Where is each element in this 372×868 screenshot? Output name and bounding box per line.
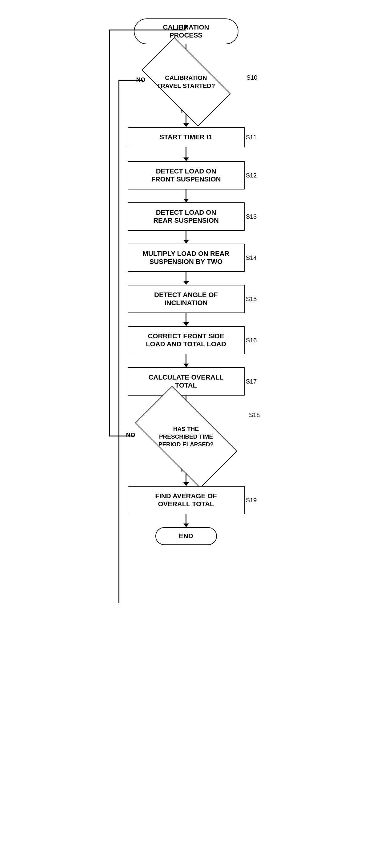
no-line-horizontal <box>119 80 143 81</box>
s19-section: FIND AVERAGE OF OVERALL TOTAL S19 <box>79 486 294 514</box>
s14-label: S14 <box>246 254 257 261</box>
s16-rect: CORRECT FRONT SIDE LOAD AND TOTAL LOAD <box>128 326 245 354</box>
arrow-tip-6 <box>183 281 189 285</box>
s15-text: DETECT ANGLE OF INCLINATION <box>154 291 218 307</box>
s15-section: DETECT ANGLE OF INCLINATION S15 <box>79 285 294 313</box>
s16-text: CORRECT FRONT SIDE LOAD AND TOTAL LOAD <box>146 332 226 348</box>
s19-label: S19 <box>246 497 257 504</box>
s18-section: S18 HAS THE PRESCRIBED TIME PERIOD ELAPS… <box>79 408 294 473</box>
s19-rect: FIND AVERAGE OF OVERALL TOTAL <box>128 486 245 514</box>
s14-section: MULTIPLY LOAD ON REAR SUSPENSION BY TWO … <box>79 244 294 272</box>
s19-text: FIND AVERAGE OF OVERALL TOTAL <box>155 492 217 508</box>
arrow-connector-3b <box>186 154 186 157</box>
arrow-tip-5 <box>183 240 189 244</box>
end-pill: END <box>155 527 217 545</box>
dot <box>186 153 186 154</box>
s10-step-label: S10 <box>246 74 257 81</box>
s11-label: S11 <box>246 134 257 141</box>
s16-label: S16 <box>246 337 257 344</box>
s17-text: CALCULATE OVERALL TOTAL <box>148 373 223 389</box>
s18-no-arrow-tip <box>185 24 188 30</box>
arrow-connector-3a <box>186 147 186 153</box>
arrow-connector-8 <box>186 354 186 364</box>
s14-rect: MULTIPLY LOAD ON REAR SUSPENSION BY TWO <box>128 244 245 272</box>
s17-label: S17 <box>246 378 257 385</box>
s10-section: S10 CALIBRATION TRAVEL STARTED? NO YES <box>79 57 294 114</box>
s18-text: HAS THE PRESCRIBED TIME PERIOD ELAPSED? <box>154 425 218 448</box>
arrow-tip-3 <box>183 157 189 161</box>
s11-section: START TIMER t1 S11 <box>79 127 294 147</box>
s14-text: MULTIPLY LOAD ON REAR SUSPENSION BY TWO <box>143 250 229 266</box>
s12-section: DETECT LOAD ON FRONT SUSPENSION S12 <box>79 161 294 189</box>
s17-section: CALCULATE OVERALL TOTAL S17 <box>79 367 294 396</box>
arrow-connector-11 <box>186 514 186 524</box>
s15-label: S15 <box>246 296 257 303</box>
arrow-tip-8 <box>183 364 189 367</box>
s13-section: DETECT LOAD ON REAR SUSPENSION S13 <box>79 203 294 231</box>
arrow-connector-5 <box>186 231 186 240</box>
arrow-connector-4 <box>186 189 186 199</box>
s15-rect: DETECT ANGLE OF INCLINATION <box>128 285 245 313</box>
arrow-connector-7 <box>186 313 186 322</box>
s13-label: S13 <box>246 213 257 220</box>
start-pill: CALIBRATION PROCESS <box>134 19 239 44</box>
flowchart: CALIBRATION PROCESS S10 CALIBRATION TRAV… <box>79 12 294 856</box>
s11-text: START TIMER t1 <box>160 133 213 141</box>
s10-text: CALIBRATION TRAVEL STARTED? <box>155 74 217 90</box>
s12-rect: DETECT LOAD ON FRONT SUSPENSION <box>128 161 245 189</box>
s18-step-label: S18 <box>249 411 260 418</box>
arrow-tip-10 <box>183 482 189 486</box>
arrow-connector-2 <box>186 114 186 123</box>
arrow-connector-6 <box>186 272 186 281</box>
arrow-tip-2 <box>183 123 189 127</box>
s18-no-line-h <box>109 436 134 436</box>
arrow-tip-4 <box>183 199 189 203</box>
start-shape: CALIBRATION PROCESS <box>79 19 294 44</box>
s12-label: S12 <box>246 172 257 179</box>
arrow-tip-7 <box>183 322 189 326</box>
arrow-tip-11 <box>183 524 189 527</box>
end-text: END <box>179 532 193 540</box>
s12-text: DETECT LOAD ON FRONT SUSPENSION <box>151 167 221 183</box>
s16-section: CORRECT FRONT SIDE LOAD AND TOTAL LOAD S… <box>79 326 294 354</box>
s11-rect: START TIMER t1 <box>128 127 245 147</box>
s18-no-line-v <box>109 30 110 436</box>
s17-rect: CALCULATE OVERALL TOTAL <box>128 367 245 396</box>
s13-rect: DETECT LOAD ON REAR SUSPENSION <box>128 203 245 231</box>
end-section: END <box>79 527 294 545</box>
s10-diamond-wrapper: CALIBRATION TRAVEL STARTED? <box>140 57 232 106</box>
s10-no-label: NO <box>136 76 146 83</box>
loop2-entry <box>79 153 294 154</box>
s13-text: DETECT LOAD ON REAR SUSPENSION <box>153 209 219 224</box>
s18-no-label: NO <box>126 432 135 439</box>
s18-diamond-wrapper: HAS THE PRESCRIBED TIME PERIOD ELAPSED? <box>131 408 242 465</box>
s18-no-line-h2 <box>109 30 186 30</box>
